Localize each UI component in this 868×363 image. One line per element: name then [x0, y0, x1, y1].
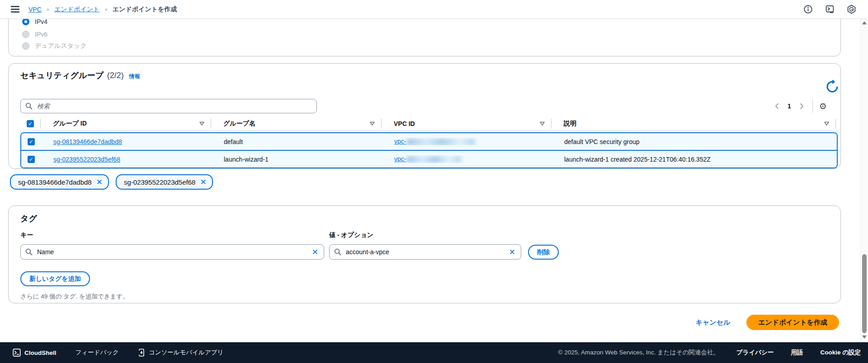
breadcrumb: VPC › エンドポイント › エンドポイントを作成	[28, 5, 177, 14]
remove-chip-icon[interactable]: ✕	[200, 178, 206, 186]
tags-title: タグ	[20, 213, 37, 224]
selected-rows-group: ✓ sg-08139466de7dadbd8 default vpc- defa…	[20, 132, 838, 168]
tag-key-input[interactable]	[36, 248, 307, 256]
divider	[812, 99, 813, 113]
previous-page-button[interactable]	[770, 103, 784, 109]
info-link[interactable]: 情報	[129, 73, 140, 80]
chip-label: sg-02395522023d5ef68	[124, 178, 195, 186]
refresh-button[interactable]	[825, 80, 840, 94]
create-endpoint-button[interactable]: エンドポイントを作成	[746, 315, 839, 330]
next-page-button[interactable]	[795, 103, 809, 109]
current-page[interactable]: 1	[784, 102, 795, 110]
vpc-id-link[interactable]: vpc-	[394, 155, 406, 163]
vpc-id-cell: vpc-	[382, 155, 552, 163]
search-icon	[25, 102, 33, 110]
mobile-app-icon	[138, 349, 145, 357]
sort-icon[interactable]	[540, 121, 545, 126]
cancel-button[interactable]: キャンセル	[693, 318, 733, 327]
tags-helper-text: さらに 49 個の タグ. を追加できます。	[20, 293, 129, 301]
group-name-cell: default	[212, 138, 382, 145]
security-groups-search[interactable]	[20, 99, 317, 113]
radio-disabled-icon	[22, 31, 29, 38]
tag-key-field[interactable]: ✕	[20, 244, 324, 260]
remove-tag-button[interactable]: 削除	[528, 245, 559, 260]
form-actions: キャンセル エンドポイントを作成	[0, 315, 857, 330]
terms-link[interactable]: 用語	[791, 349, 803, 357]
group-id-link[interactable]: sg-02395522023d5ef68	[53, 156, 120, 163]
cloudshell-footer-button[interactable]: CloudShell	[13, 349, 57, 357]
chevron-right-icon: ›	[105, 6, 107, 13]
breadcrumb-bar: VPC › エンドポイント › エンドポイントを作成	[0, 0, 868, 19]
sort-icon[interactable]	[199, 121, 204, 126]
column-header-group-id[interactable]: グループ ID	[40, 119, 211, 129]
selection-count: (2/2)	[107, 71, 124, 80]
search-icon	[334, 248, 341, 256]
security-groups-card: セキュリティグループ (2/2) 情報 1	[8, 63, 841, 169]
vpc-id-cell: vpc-	[382, 138, 552, 145]
clear-key-icon[interactable]: ✕	[312, 248, 318, 256]
pagination: 1 ⚙	[770, 99, 830, 113]
chip-sg-2: sg-02395522023d5ef68 ✕	[116, 174, 213, 190]
vpc-create-endpoint-page: VPC › エンドポイント › エンドポイントを作成	[0, 0, 868, 363]
search-input[interactable]	[36, 102, 316, 110]
row-checkbox[interactable]: ✓	[28, 156, 35, 163]
topbar-icons	[803, 0, 868, 19]
breadcrumb-vpc[interactable]: VPC	[28, 6, 42, 13]
select-all-checkbox[interactable]: ✓	[27, 120, 34, 127]
table-row[interactable]: ✓ sg-08139466de7dadbd8 default vpc- defa…	[21, 133, 837, 150]
redacted-blur	[407, 156, 461, 163]
vertical-scrollbar[interactable]	[860, 19, 868, 342]
description-cell: launch-wizard-1 created 2025-12-21T06:40…	[552, 156, 837, 163]
radio-selected-icon[interactable]	[22, 18, 29, 25]
hexagon-icon[interactable]	[847, 5, 856, 14]
description-cell: default VPC security group	[552, 138, 837, 145]
console-footer: CloudShell フィードバック コンソールモバイルアプリ © 2025, …	[0, 342, 868, 363]
radio-label: デュアルスタック	[35, 42, 87, 50]
scrollbar-thumb[interactable]	[862, 254, 867, 333]
remove-chip-icon[interactable]: ✕	[96, 178, 103, 186]
table-header-row: ✓ グループ ID グループ名 VPC ID 説明	[20, 117, 838, 130]
table-row[interactable]: ✓ sg-02395522023d5ef68 launch-wizard-1 v…	[21, 150, 837, 168]
cookie-settings-link[interactable]: Cookie の設定	[820, 349, 861, 357]
breadcrumb-current: エンドポイントを作成	[113, 5, 177, 14]
vpc-id-link[interactable]: vpc-	[394, 138, 406, 145]
privacy-link[interactable]: プライバシー	[736, 349, 774, 357]
info-icon[interactable]	[803, 5, 813, 14]
console-mobile-app-button[interactable]: コンソールモバイルアプリ	[138, 349, 223, 357]
cloudshell-icon[interactable]	[825, 5, 835, 14]
group-id-link[interactable]: sg-08139466de7dadbd8	[53, 138, 122, 145]
copyright-text: © 2025, Amazon Web Services, Inc. またはその関…	[558, 349, 719, 357]
column-header-vpc-id[interactable]: VPC ID	[381, 119, 551, 129]
selected-chips: sg-08139466de7dadbd8 ✕ sg-02395522023d5e…	[10, 174, 213, 190]
tag-key-label: キー	[20, 231, 33, 239]
clear-value-icon[interactable]: ✕	[509, 248, 515, 256]
search-icon	[25, 248, 33, 256]
tag-value-field[interactable]: ✕	[329, 244, 521, 260]
sort-icon[interactable]	[824, 121, 829, 126]
group-name-cell: launch-wizard-1	[212, 156, 382, 163]
security-groups-title: セキュリティグループ	[20, 70, 104, 81]
radio-disabled-icon	[22, 42, 29, 50]
gear-icon[interactable]: ⚙	[816, 102, 830, 111]
row-checkbox[interactable]: ✓	[28, 138, 35, 145]
breadcrumb-endpoints[interactable]: エンドポイント	[54, 5, 99, 14]
scroll-up-arrow[interactable]	[862, 21, 867, 24]
sort-icon[interactable]	[370, 121, 375, 126]
feedback-button[interactable]: フィードバック	[75, 349, 119, 357]
radio-label: IPv4	[35, 18, 47, 25]
column-header-description[interactable]: 説明	[551, 119, 836, 129]
chip-sg-1: sg-08139466de7dadbd8 ✕	[10, 174, 109, 190]
chip-label: sg-08139466de7dadbd8	[18, 178, 92, 186]
chevron-right-icon: ›	[47, 6, 49, 13]
radio-option-dualstack[interactable]: デュアルスタック	[22, 42, 87, 50]
redacted-blur	[407, 139, 475, 145]
add-tag-button[interactable]: 新しいタグを追加	[20, 271, 90, 286]
radio-option-ipv6[interactable]: IPv6	[22, 30, 47, 38]
tag-value-input[interactable]	[345, 248, 504, 256]
column-header-group-name[interactable]: グループ名	[211, 119, 381, 129]
radio-label: IPv6	[35, 31, 47, 38]
tags-card: タグ キー 値 - オプション ✕ ✕ 削除 新しいタグを追加 さらに 49 個…	[8, 205, 841, 303]
cloudshell-icon	[13, 349, 21, 357]
scroll-down-arrow[interactable]	[862, 335, 867, 339]
hamburger-menu-icon[interactable]	[11, 6, 19, 13]
